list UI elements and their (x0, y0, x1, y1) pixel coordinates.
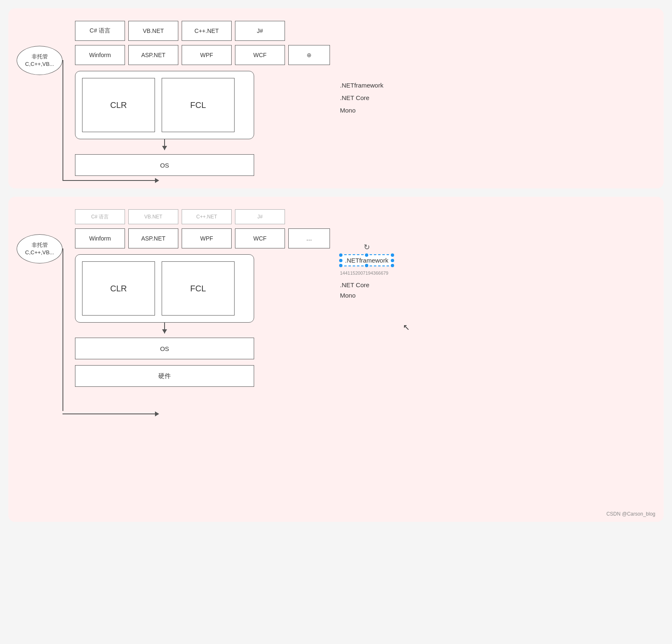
app-row-2: Winform ASP.NET WPF WCF ... (75, 228, 330, 248)
mono-label: Mono (340, 292, 393, 299)
lang-jsharp: J# (235, 21, 285, 41)
app-more: ⊕ (288, 45, 330, 65)
app2-winform: Winform (75, 228, 125, 248)
app-winform: Winform (75, 45, 125, 65)
left-vertical-line-2 (62, 248, 63, 411)
left-horizontal-arrow-2 (62, 413, 158, 414)
diagram2-container: 非托管 C,C++,VB... C# 语言 VB.NET C++.NET J# (8, 197, 664, 522)
fcl-box-1: FCL (162, 78, 235, 132)
cursor-icon: ↖ (403, 322, 410, 332)
partial-lang-row: C# 语言 VB.NET C++.NET J# (75, 209, 285, 224)
lang-cppnet: C++.NET (182, 21, 232, 41)
handle-ml (339, 259, 342, 262)
app-wpf: WPF (182, 45, 232, 65)
app2-aspnet: ASP.NET (128, 228, 178, 248)
hardware-box: 硬件 (75, 365, 254, 387)
left-horizontal-arrow-1 (62, 180, 158, 181)
handle-bl (339, 264, 342, 267)
os-box-1: OS (75, 154, 254, 176)
selected-label-text: .NETframework (345, 257, 388, 264)
app-row-1: Winform ASP.NET WPF WCF ⊕ (75, 45, 330, 65)
dotnet-core-label: .NET Core (340, 281, 393, 288)
app2-more: ... (288, 228, 330, 248)
app-aspnet: ASP.NET (128, 45, 178, 65)
right-labels-1: .NETframework .NET Core Mono (340, 21, 383, 117)
language-row-1: C# 语言 VB.NET C++.NET J# (75, 21, 285, 41)
diagram1-inner: 非托管 C,C++,VB... C# 语言 VB.NET C++.NET J# (21, 21, 651, 176)
os-box-2: OS (75, 338, 254, 359)
rotate-icon: ↻ (340, 243, 393, 252)
handle-tr (391, 253, 394, 257)
fcl-box-2: FCL (162, 261, 235, 316)
handle-br (391, 264, 394, 267)
handle-tl (339, 253, 342, 257)
arrow-down-1 (75, 139, 254, 154)
left-vertical-line-1 (62, 60, 63, 181)
left-ellipse-2: 非托管 C,C++,VB... (17, 234, 62, 263)
left-ellipse-1: 非托管 C,C++,VB... (17, 46, 62, 75)
diagram1-container: 非托管 C,C++,VB... C# 语言 VB.NET C++.NET J# (8, 8, 664, 188)
lang-csharp: C# 语言 (75, 21, 125, 41)
partial-vbnet: VB.NET (128, 209, 178, 224)
lang-vbnet: VB.NET (128, 21, 178, 41)
arrow-down-hw (75, 359, 254, 365)
app2-wpf: WPF (182, 228, 232, 248)
main-diagram-1: C# 语言 VB.NET C++.NET J# Winform ASP.NE (75, 21, 330, 176)
partial-csharp: C# 语言 (75, 209, 125, 224)
main-diagram-2: C# 语言 VB.NET C++.NET J# Winform ASP.NE (75, 209, 330, 387)
partial-jsharp: J# (235, 209, 285, 224)
handle-tm (365, 253, 368, 257)
selection-box: .NETframework (340, 254, 393, 266)
handle-bm (365, 264, 368, 267)
arrow-down-2 (75, 323, 254, 338)
rotate-handle-area: ↻ .NETframework 14411520071943666 (340, 243, 393, 266)
coord-text: 1441152007194366679 (340, 271, 388, 276)
partial-cppnet: C++.NET (182, 209, 232, 224)
clr-box-1: CLR (82, 78, 155, 132)
watermark: CSDN @Carson_blog (606, 511, 655, 517)
app-wcf: WCF (235, 45, 285, 65)
clr-fcl-container-1: CLR FCL (75, 71, 254, 139)
app2-wcf: WCF (235, 228, 285, 248)
diagram2-inner: 非托管 C,C++,VB... C# 语言 VB.NET C++.NET J# (21, 209, 651, 387)
clr-box-2: CLR (82, 261, 155, 316)
handle-mr (391, 259, 394, 262)
right-labels-2: ↻ .NETframework 14411520071943666 (340, 209, 393, 299)
selected-netframework: .NETframework 1441152007194366679 (340, 254, 393, 266)
clr-fcl-container-2: CLR FCL (75, 254, 254, 323)
